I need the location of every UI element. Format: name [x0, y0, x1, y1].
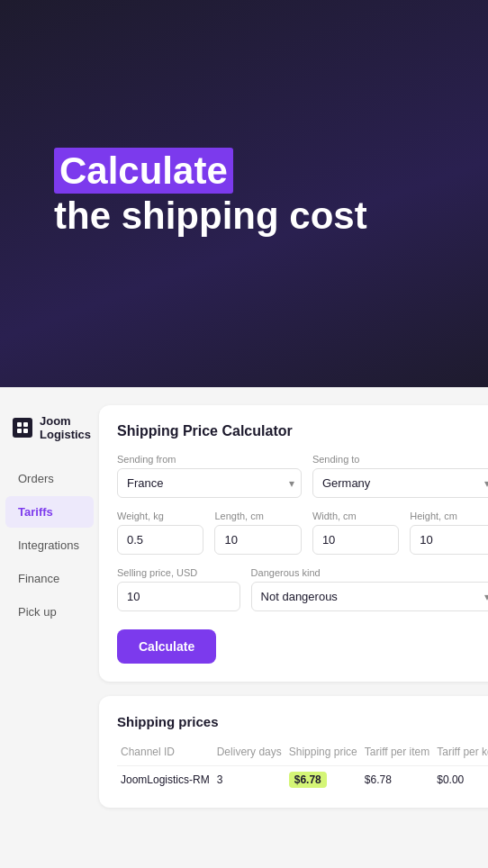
- svg-rect-2: [17, 429, 22, 433]
- hero-title: Calculate the shipping cost: [54, 149, 367, 240]
- sending-to-select[interactable]: Germany France UK USA: [312, 468, 488, 498]
- sidebar: Joom Logistics Orders Tariffs Integratio…: [0, 387, 99, 868]
- height-label: Height, cm: [410, 511, 488, 521]
- logo-label: Joom Logistics: [40, 414, 91, 441]
- dangerous-kind-select[interactable]: Not dangerous Flammable Corrosive: [251, 582, 488, 611]
- col-tariff-per-item: Tariff per item: [361, 742, 433, 766]
- logo-icon: [13, 418, 32, 438]
- form-group-sending-to: Sending to Germany France UK USA: [312, 454, 488, 498]
- form-group-selling-price: Selling price, USD: [117, 567, 240, 611]
- calculate-button[interactable]: Calculate: [117, 629, 216, 664]
- results-panel: Shipping prices Channel ID Delivery days…: [99, 696, 488, 808]
- sending-from-wrapper: France Germany China USA: [117, 468, 302, 498]
- length-input[interactable]: [214, 525, 301, 555]
- sidebar-item-finance[interactable]: Finance: [5, 563, 94, 594]
- form-row-destinations: Sending from France Germany China USA Se…: [117, 454, 488, 498]
- calculator-panel: Shipping Price Calculator Sending from F…: [99, 405, 488, 682]
- logo: Joom Logistics: [0, 405, 99, 459]
- sending-to-label: Sending to: [312, 454, 488, 465]
- form-row-price-danger: Selling price, USD Dangerous kind Not da…: [117, 567, 488, 611]
- results-title: Shipping prices: [117, 714, 488, 729]
- svg-rect-1: [23, 422, 28, 427]
- sidebar-item-integrations[interactable]: Integrations: [5, 529, 94, 561]
- table-row: JoomLogistics-RM 3 $6.78 $6.78 $0.00: [117, 766, 488, 791]
- width-input[interactable]: [312, 525, 399, 555]
- panel-area: Shipping Price Calculator Sending from F…: [99, 387, 488, 868]
- sending-from-select[interactable]: France Germany China USA: [117, 468, 302, 498]
- cell-delivery-days: 3: [213, 766, 285, 791]
- form-row-dimensions: Weight, kg Length, cm Width, cm Height, …: [117, 511, 488, 555]
- sidebar-item-tariffs[interactable]: Tariffs: [5, 496, 94, 528]
- selling-price-label: Selling price, USD: [117, 567, 240, 578]
- form-group-width: Width, cm: [312, 511, 399, 555]
- cell-tariff-per-item: $6.78: [361, 766, 433, 791]
- dangerous-kind-label: Dangerous kind: [251, 567, 488, 578]
- selling-price-input[interactable]: [117, 582, 240, 611]
- main-content: Joom Logistics Orders Tariffs Integratio…: [0, 387, 488, 868]
- sending-to-wrapper: Germany France UK USA: [312, 468, 488, 498]
- table-header-row: Channel ID Delivery days Shipping price …: [117, 742, 488, 766]
- width-label: Width, cm: [312, 511, 399, 521]
- col-delivery-days: Delivery days: [213, 742, 285, 766]
- results-table: Channel ID Delivery days Shipping price …: [117, 742, 488, 790]
- hero-highlight: Calculate: [54, 148, 233, 194]
- form-group-weight: Weight, kg: [117, 511, 203, 555]
- form-group-dangerous-kind: Dangerous kind Not dangerous Flammable C…: [251, 567, 488, 611]
- height-input[interactable]: [410, 525, 488, 555]
- length-label: Length, cm: [214, 511, 301, 521]
- form-group-height: Height, cm: [410, 511, 488, 555]
- shipping-price-highlight: $6.78: [289, 772, 327, 788]
- dangerous-kind-wrapper: Not dangerous Flammable Corrosive: [251, 582, 488, 611]
- hero-subtitle: the shipping cost: [54, 194, 367, 237]
- form-group-sending-from: Sending from France Germany China USA: [117, 454, 302, 498]
- sending-from-label: Sending from: [117, 454, 302, 465]
- cell-tariff-per-kg: $0.00: [433, 766, 488, 791]
- sidebar-item-orders[interactable]: Orders: [5, 463, 94, 494]
- col-tariff-per-kg: Tariff per kg: [433, 742, 488, 766]
- cell-shipping-price: $6.78: [285, 766, 361, 791]
- form-group-length: Length, cm: [214, 511, 301, 555]
- cell-channel-id: JoomLogistics-RM: [117, 766, 213, 791]
- svg-rect-0: [17, 422, 22, 427]
- hero-section: Calculate the shipping cost: [0, 0, 488, 387]
- col-shipping-price: Shipping price: [285, 742, 361, 766]
- weight-label: Weight, kg: [117, 511, 203, 521]
- col-channel-id: Channel ID: [117, 742, 213, 766]
- svg-rect-3: [23, 429, 28, 433]
- calculator-title: Shipping Price Calculator: [117, 423, 488, 439]
- weight-input[interactable]: [117, 525, 203, 555]
- sidebar-item-pickup[interactable]: Pick up: [5, 596, 94, 628]
- sidebar-nav: Orders Tariffs Integrations Finance Pick…: [0, 459, 99, 631]
